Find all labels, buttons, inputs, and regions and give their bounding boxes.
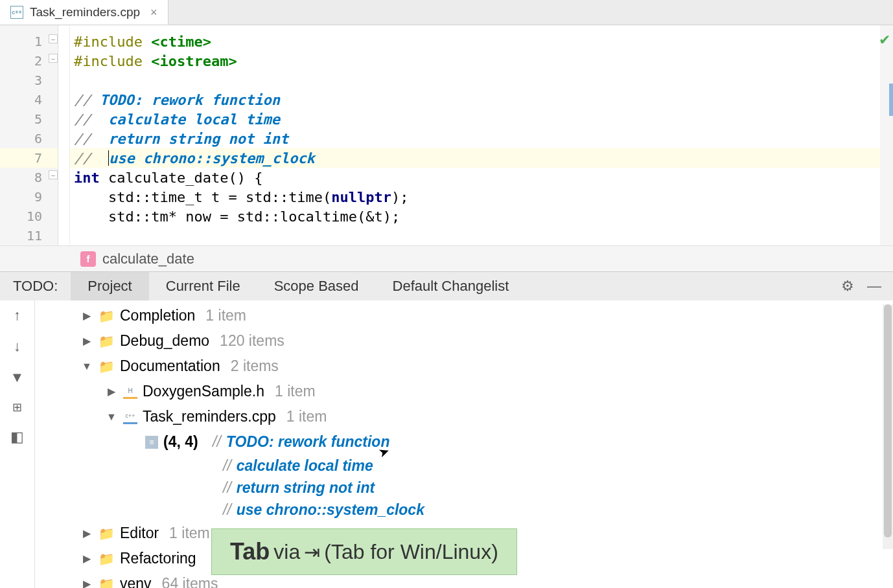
tree-file[interactable]: ▼ c++ Task_reminders.cpp 1 item xyxy=(35,404,893,429)
marker-stripe[interactable] xyxy=(889,84,893,116)
line-number: 4 xyxy=(0,90,58,109)
expand-arrow-icon[interactable]: ▶ xyxy=(80,578,93,588)
file-tab[interactable]: c++ Task_reminders.cpp × xyxy=(0,0,168,25)
expand-arrow-icon[interactable]: ▶ xyxy=(105,385,118,398)
code-line[interactable]: // use chrono::system_clock xyxy=(70,148,893,168)
tab-bar: c++ Task_reminders.cpp × xyxy=(0,0,893,25)
tab-scope-based[interactable]: Scope Based xyxy=(257,272,376,300)
folder-icon: 📁 xyxy=(99,526,115,541)
collapse-arrow-icon[interactable]: ▼ xyxy=(105,411,118,423)
todo-entry-icon: ≡ xyxy=(145,436,158,449)
function-badge-icon: f xyxy=(80,251,96,267)
header-file-icon: H xyxy=(123,385,137,399)
tree-folder[interactable]: ▶ 📁 Debug_demo 120 items xyxy=(35,328,893,354)
code-line[interactable] xyxy=(70,71,893,90)
scrollbar[interactable] xyxy=(883,304,893,549)
line-number: 9 xyxy=(0,187,58,207)
code-line[interactable]: #include <ctime> xyxy=(70,32,893,51)
tab-default-changelist[interactable]: Default Changelist xyxy=(376,272,526,300)
todo-tabs: Project Current File Scope Based Default… xyxy=(71,272,526,300)
arrow-down-icon[interactable]: ↓ xyxy=(14,338,21,355)
code-line[interactable]: std::time_t t = std::time(nullptr); xyxy=(70,187,893,207)
tooltip-rest: (Tab for Win/Linux) xyxy=(324,540,498,564)
tree-folder[interactable]: ▶ 📁 Completion 1 item xyxy=(35,303,893,328)
code-line[interactable]: // TODO: rework function xyxy=(70,90,893,109)
code-line[interactable] xyxy=(70,226,893,245)
inspection-ok-icon[interactable]: ✔ xyxy=(879,32,890,49)
tooltip-key: Tab xyxy=(230,538,270,565)
line-number: 6 xyxy=(0,129,58,148)
collapse-arrow-icon[interactable]: ▼ xyxy=(80,361,93,372)
line-gutter: 1 2 3 4 5 6 7 8 9 10 11 – – – xyxy=(0,25,58,245)
code-line[interactable]: // return string not int xyxy=(70,129,893,148)
expand-arrow-icon[interactable]: ▶ xyxy=(80,552,93,565)
todo-entry-line[interactable]: // use chrono::system_clock xyxy=(35,499,893,521)
cpp-file-icon: c++ xyxy=(123,410,137,424)
gutter-extra xyxy=(58,25,70,245)
folder-icon: 📁 xyxy=(99,576,115,589)
folder-icon: 📁 xyxy=(99,308,115,324)
code-line[interactable]: // calculate local time xyxy=(70,109,893,129)
todo-entry[interactable]: ≡ (4, 4) // TODO: rework function xyxy=(35,429,893,455)
breadcrumb-function[interactable]: calculate_date xyxy=(102,251,194,267)
tree-folder[interactable]: ▼ 📁 Documentation 2 items xyxy=(35,354,893,379)
fold-marker-icon[interactable]: – xyxy=(49,54,58,63)
folder-icon: 📁 xyxy=(99,334,115,349)
close-tab-icon[interactable]: × xyxy=(150,6,157,19)
tab-current-file[interactable]: Current File xyxy=(149,272,257,300)
code-line[interactable]: std::tm* now = std::localtime(&t); xyxy=(70,207,893,226)
code-line[interactable]: #include <iostream> xyxy=(70,51,893,71)
code-line[interactable]: int calculate_date() { xyxy=(70,168,893,187)
expand-arrow-icon[interactable]: ▶ xyxy=(80,310,93,322)
group-icon[interactable]: ⊞ xyxy=(12,400,22,414)
tab-key-icon: ⇥ xyxy=(304,541,320,563)
settings-icon[interactable]: ⚙ xyxy=(841,278,854,295)
filter-icon[interactable]: ▼ xyxy=(10,369,25,386)
breadcrumb[interactable]: f calculate_date xyxy=(0,245,893,271)
file-tab-name: Task_reminders.cpp xyxy=(30,5,140,19)
code-content[interactable]: #include <ctime> #include <iostream> // … xyxy=(70,25,893,245)
todo-sidebar: ↑ ↓ ▼ ⊞ ◧ xyxy=(0,300,35,588)
fold-marker-icon[interactable]: – xyxy=(49,34,58,43)
todo-label: TODO: xyxy=(0,278,71,295)
expand-arrow-icon[interactable]: ▶ xyxy=(80,335,93,347)
todo-entry-line[interactable]: // return string not int xyxy=(35,477,893,499)
tooltip-via: via xyxy=(273,540,300,564)
line-number: 5 xyxy=(0,109,58,129)
scroll-thumb[interactable] xyxy=(884,304,892,537)
line-number: 7 xyxy=(0,148,58,168)
shortcut-tooltip: Tab via ⇥ (Tab for Win/Linux) xyxy=(211,528,517,575)
folder-icon: 📁 xyxy=(99,359,115,374)
editor[interactable]: 1 2 3 4 5 6 7 8 9 10 11 – – – #include <… xyxy=(0,25,893,245)
expand-arrow-icon[interactable]: ▶ xyxy=(80,527,93,539)
arrow-up-icon[interactable]: ↑ xyxy=(14,307,21,324)
line-number: 10 xyxy=(0,207,58,226)
folder-icon: 📁 xyxy=(99,551,115,567)
editor-right-gutter: ✔ xyxy=(880,25,893,245)
todo-entry-line[interactable]: // calculate local time xyxy=(35,455,893,477)
line-number: 3 xyxy=(0,71,58,90)
tab-project[interactable]: Project xyxy=(71,272,148,300)
preview-icon[interactable]: ◧ xyxy=(10,429,24,446)
fold-marker-icon[interactable]: – xyxy=(49,170,58,179)
line-number: 11 xyxy=(0,226,58,245)
minimize-icon[interactable]: — xyxy=(867,278,881,295)
cpp-file-icon: c++ xyxy=(10,6,23,19)
tree-file[interactable]: ▶ H DoxygenSample.h 1 item xyxy=(35,379,893,404)
todo-header: TODO: Project Current File Scope Based D… xyxy=(0,272,893,300)
